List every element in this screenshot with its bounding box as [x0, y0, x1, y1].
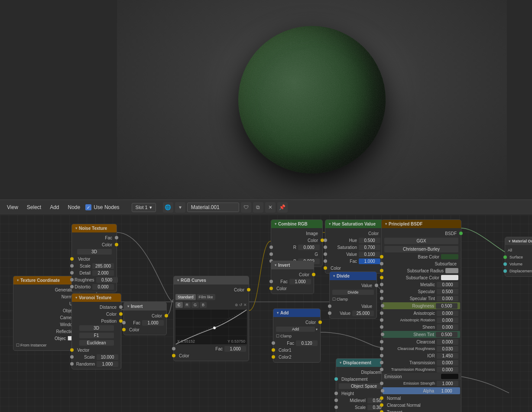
hue-saturation-row: Saturation 0.700 [325, 244, 383, 251]
tc-window-row: Window [13, 321, 80, 328]
slot-dropdown[interactable]: Slot 1 ▾ [132, 203, 156, 212]
principled-anisotropic-row: Anisotropic 0.000 [382, 310, 461, 317]
use-nodes-toggle[interactable]: ✓ Use Nodes [85, 204, 119, 210]
principled-bsdf-out-row: BSDF [382, 230, 461, 237]
principled-distribution-select[interactable]: GGX [384, 238, 458, 244]
noise-roughness-row: Roughnes 0.500 [72, 276, 117, 283]
voronoi-mode2-select[interactable]: F1 [79, 333, 114, 338]
principled-normal-socket [380, 396, 383, 400]
principled-subsurface-radius-socket [380, 269, 383, 272]
noise-distortion-socket [70, 285, 74, 288]
divide-op-select[interactable]: Divide [332, 290, 374, 295]
node-add-header[interactable]: ▾ Add [273, 309, 320, 317]
use-nodes-checkbox[interactable]: ✓ [85, 204, 91, 210]
divide-value-out-socket [375, 284, 378, 287]
material-name-field[interactable]: Material.001 [187, 203, 239, 212]
principled-anisotropic-rotation-row: Anisotropic Rotation 0.000 [382, 317, 461, 324]
shield-icon[interactable]: 🛡 [241, 202, 251, 213]
copy-icon[interactable]: ⧉ [253, 202, 263, 213]
invert1-fac-socket [122, 321, 126, 324]
voronoi-vector-row: Vector [72, 347, 121, 353]
node-principled-header[interactable]: ▾ Principled BSDF [382, 220, 461, 228]
principled-clearcoat-row: Clearcoat 0.000 [382, 338, 461, 345]
noise-mode-select[interactable]: 3D [77, 249, 112, 255]
principled-sheen-socket [380, 325, 383, 329]
principled-subsurface-method-row: Christensen-Burley [382, 245, 461, 253]
rgb-fac-row: Fac 1.000 [174, 345, 249, 352]
principled-emission-label-row: Emission [382, 373, 461, 380]
channel-c[interactable]: C [175, 302, 183, 308]
principled-distribution-row: GGX [382, 237, 461, 245]
node-material-output-header[interactable]: ▾ Material Ou... [505, 237, 532, 245]
voronoi-mode-select[interactable]: 3D [79, 325, 114, 331]
node-hue-sat-body: Color Hue 0.500 Saturation 0.700 Value 0… [325, 228, 383, 273]
voronoi-vector-socket [70, 348, 74, 352]
divide-value-out-row: Value [330, 282, 376, 289]
invert2-fac-socket [269, 280, 273, 283]
viewport-sphere-area [117, 0, 507, 199]
node-invert1-header[interactable]: ▾ Invert [124, 302, 166, 311]
noise-detail-row: Detail 2.000 [72, 269, 117, 276]
channel-b[interactable]: B [200, 302, 207, 308]
voronoi-mode-row: 3D [72, 324, 121, 332]
rgb-color-out-socket [247, 288, 250, 291]
close-icon[interactable]: ✕ [265, 202, 276, 213]
curves-zoom-icon[interactable]: ⊕ [235, 303, 238, 307]
noise-mode-row: 3D [72, 248, 117, 255]
rgb-fac-socket [172, 347, 175, 350]
node-texture-coord-body: Generated Normal UV Object Camera Window [13, 284, 80, 350]
curves-reset-icon[interactable]: ↺ [239, 303, 243, 307]
menu-select[interactable]: Select [23, 203, 45, 212]
principled-emission-swatch[interactable] [441, 374, 458, 379]
node-principled-body: BSDF GGX Christensen-Burley Base Color S… [382, 228, 461, 412]
hue-fac-socket [324, 259, 327, 263]
menu-node[interactable]: Node [65, 203, 84, 212]
principled-base-color-swatch[interactable] [441, 254, 458, 259]
menu-add[interactable]: Add [46, 203, 62, 212]
principled-clearcoat-socket [380, 340, 383, 343]
add-op-select[interactable]: Add [276, 327, 315, 332]
principled-tangent-row: Tangent [382, 409, 461, 412]
principled-subsurface-method-select[interactable]: Christensen-Burley [384, 246, 458, 252]
menu-view[interactable]: View [3, 203, 22, 212]
principled-metallic-row: Metallic 0.000 [382, 281, 461, 288]
principled-subsurface-color-swatch[interactable] [441, 275, 458, 280]
shading-dropdown-icon[interactable]: ▾ [175, 202, 185, 213]
principled-specular-tint-socket [380, 297, 383, 300]
node-material-output-body: All Surface Volume Displacement [505, 245, 532, 276]
matout-volume-row: Volume [505, 261, 532, 268]
curves-delete-icon[interactable]: ✕ [243, 303, 247, 307]
pin-icon[interactable]: 📌 [277, 202, 288, 213]
node-hue-sat-header[interactable]: ▾ Hue Saturation Value [325, 220, 383, 228]
channel-r[interactable]: R [184, 302, 191, 308]
tc-normal-row: Normal [13, 293, 80, 300]
divide-value1-socket [328, 304, 331, 308]
tab-standard[interactable]: Standard [175, 294, 196, 300]
node-add-body: Color Add ▾ ☐ Clamp Fac 0.120 Color1 [273, 317, 320, 362]
node-invert2-header[interactable]: ▾ Invert [271, 261, 314, 269]
node-texture-coord-header[interactable]: ▾ Texture Coordinate [13, 276, 80, 284]
curves-graph[interactable]: X 0.55152 Y 0.53750 [175, 310, 247, 344]
channel-g[interactable]: G [191, 302, 199, 308]
node-divide-header[interactable]: ▾ Divide [330, 272, 376, 280]
tab-film-like[interactable]: Film like [197, 294, 215, 300]
node-voronoi-header[interactable]: ▾ Voronoi Texture [72, 294, 121, 302]
voronoi-euclidean-select[interactable]: Euclidean [79, 340, 114, 346]
principled-clearcoat-roughness-socket [380, 347, 383, 350]
node-divide-body: Value Divide ☐ Clamp Value Value 25.000 [330, 280, 376, 318]
viewport-shading-icon[interactable]: 🌐 [163, 202, 173, 213]
node-noise-header[interactable]: ▾ Noise Texture [72, 224, 117, 232]
node-combine-rgb-header[interactable]: ▾ Combine RGB [271, 220, 322, 228]
divide-op-row: Divide [330, 289, 376, 296]
node-rgb-curves-header[interactable]: ▾ RGB Curves [174, 276, 249, 284]
principled-clearcoat-roughness-row: Clearcoat Roughness 0.030 [382, 345, 461, 352]
hue-fac-row: Fac 1.000 [325, 258, 383, 265]
node-hue-saturation-value: ▾ Hue Saturation Value Color Hue 0.500 S… [325, 219, 383, 274]
noise-color-row: Color [72, 241, 117, 248]
voronoi-scale-row: Scale 10.000 [72, 353, 121, 360]
disp-in-socket [334, 377, 338, 381]
principled-anisotropic-socket [380, 311, 383, 315]
principled-transmission-row: Transmission 0.000 [382, 359, 461, 366]
node-principled-bsdf: ▾ Principled BSDF BSDF GGX Christensen-B… [381, 219, 461, 412]
principled-subsurface-radius-swatch[interactable] [445, 268, 458, 273]
